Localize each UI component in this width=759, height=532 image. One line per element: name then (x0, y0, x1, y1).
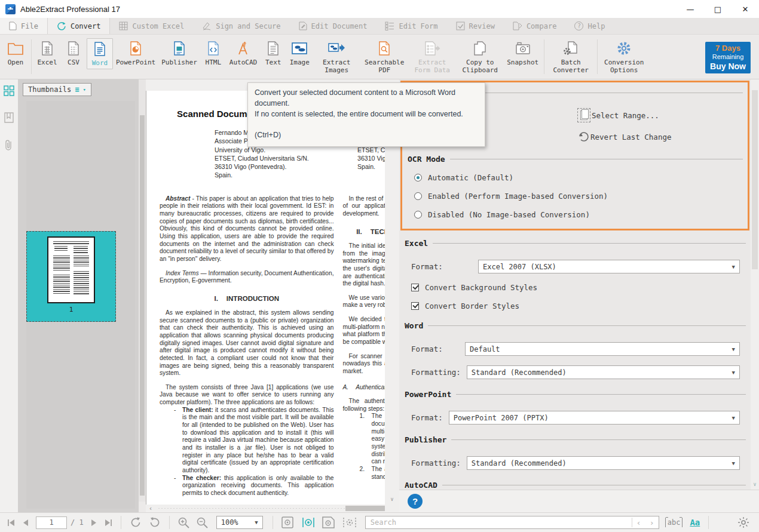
file-icon (9, 21, 17, 30)
bookmarks-panel-icon[interactable] (4, 112, 14, 124)
last-page-button[interactable] (101, 519, 116, 527)
edit-page-icon (299, 21, 307, 30)
excel-format-label: Format: (411, 262, 472, 271)
publisher-formatting-dropdown[interactable]: Standard (Recommended) ▼ (467, 456, 740, 470)
scroll-down-icon[interactable]: ∨ (385, 494, 399, 504)
batch-converter-icon (562, 39, 579, 57)
paper-left-column: Abstract - This paper is about an applic… (160, 195, 334, 497)
revert-last-change-button[interactable]: Revert Last Change (577, 131, 742, 143)
minimize-icon[interactable]: — (677, 0, 704, 18)
powerpoint-format-label: Format: (411, 413, 443, 422)
word-format-dropdown[interactable]: Default ▼ (465, 342, 740, 356)
caret-down-icon: ▼ (732, 370, 735, 376)
undo-icon (577, 131, 589, 143)
powerpoint-icon (128, 39, 143, 57)
zoom-out-button[interactable] (193, 516, 212, 529)
powerpoint-button[interactable]: PowerPoint (113, 38, 158, 68)
rotate-counterclockwise-button[interactable] (145, 516, 164, 529)
excel-icon (39, 39, 55, 57)
tab-help[interactable]: ? Help (565, 18, 614, 34)
publisher-section-title: Publisher (399, 435, 751, 444)
searchable-pdf-button[interactable]: Searchable PDF (360, 38, 408, 75)
convert-background-styles-checkbox[interactable]: Convert Background Styles (411, 283, 740, 292)
ocr-disabled-radio[interactable]: Disabled (No Image-based Conversion) (414, 210, 737, 219)
caret-down-icon: ▼ (732, 460, 735, 466)
open-button[interactable]: Open (2, 38, 29, 68)
toolbar-separator (31, 39, 32, 74)
gear-icon (616, 39, 632, 57)
publisher-button[interactable]: Publisher (158, 38, 200, 68)
word-button[interactable]: Word (87, 38, 113, 69)
image-button[interactable]: Image (286, 38, 313, 68)
autocad-button[interactable]: AutoCAD (227, 38, 260, 68)
tab-custom-excel[interactable]: Custom Excel (110, 18, 193, 34)
ocr-enabled-radio[interactable]: Enabled (Perform Image-based Conversion) (414, 192, 737, 201)
page-thumbnail-selected[interactable]: 1 (26, 231, 116, 322)
view-converted-button[interactable] (319, 516, 339, 528)
page-number-input[interactable] (36, 516, 67, 529)
whole-word-toggle[interactable]: abc (665, 518, 683, 527)
view-pdf-button[interactable] (278, 516, 298, 528)
tab-edit-document[interactable]: Edit Document (290, 18, 377, 34)
ocr-automatic-radio[interactable]: Automatic (Default) (414, 173, 737, 182)
thumbnails-scrollbar[interactable] (139, 79, 146, 502)
powerpoint-format-dropdown[interactable]: PowerPoint 2007 (PPTX) ▼ (449, 411, 740, 425)
search-input[interactable] (366, 518, 632, 527)
help-button[interactable]: ? (408, 494, 423, 509)
maximize-icon[interactable]: □ (704, 0, 732, 18)
close-icon[interactable]: ✕ (732, 0, 759, 18)
copy-to-clipboard-button[interactable]: Copy to Clipboard (456, 38, 504, 75)
scroll-left-icon[interactable]: ‹ (146, 505, 155, 512)
tab-sign-and-secure[interactable]: Sign and Secure (193, 18, 289, 34)
csv-button[interactable]: CSV (60, 38, 87, 68)
caret-down-icon: ▼ (732, 346, 735, 352)
convert-border-styles-checkbox[interactable]: Convert Border Styles (411, 302, 740, 310)
snapshot-button[interactable]: Snapshot (504, 38, 541, 68)
autocad-icon (235, 39, 251, 57)
view-selection-button-active[interactable] (298, 516, 319, 528)
radio-icon (414, 211, 422, 219)
search-previous-icon[interactable]: ‹ (632, 518, 645, 527)
buy-now-button[interactable]: 7 Days Remaining Buy Now (705, 42, 751, 73)
search-next-icon[interactable]: › (645, 518, 659, 527)
next-page-button[interactable] (87, 519, 101, 527)
tab-file[interactable]: File (0, 18, 47, 34)
checkbox-checked-icon (411, 302, 419, 310)
side-icon-strip (0, 79, 18, 512)
scrollbar-thumb[interactable] (752, 90, 758, 269)
zoom-level-dropdown[interactable]: 100% ▼ (216, 516, 263, 529)
scrollbar-thumb[interactable] (140, 115, 145, 496)
panel-scrollbar[interactable]: ∨ (751, 79, 759, 490)
extract-images-button[interactable]: Extract Images (313, 38, 360, 75)
search-box: ‹ › (365, 516, 659, 529)
scroll-down-icon[interactable]: ∨ (751, 481, 759, 487)
html-button[interactable]: HTML (200, 38, 227, 68)
tab-edit-form[interactable]: Edit Form (376, 18, 446, 34)
tooltip-shortcut: (Ctrl+D) (255, 130, 478, 140)
tab-review[interactable]: Review (447, 18, 504, 34)
tab-compare[interactable]: Compare (504, 18, 566, 34)
section-heading: I.INTRODUCTION (160, 294, 334, 303)
zoom-in-button[interactable] (175, 516, 193, 529)
thumbnails-panel-icon[interactable] (4, 85, 14, 96)
text-button[interactable]: Text (260, 38, 286, 68)
previous-page-button[interactable] (19, 519, 32, 527)
checkbox-checked-icon (411, 284, 419, 291)
ribbon-tab-bar: File Convert Custom Excel Sign and Secur… (0, 18, 759, 35)
word-formatting-dropdown[interactable]: Standard (Recommended) ▼ (467, 365, 740, 379)
tab-convert[interactable]: Convert (47, 18, 111, 34)
rotate-clockwise-button[interactable] (126, 516, 145, 529)
thumbnails-header[interactable]: Thumbnails ≡ ▾ (23, 83, 91, 96)
toolbar-separator (597, 39, 598, 74)
excel-format-dropdown[interactable]: Excel 2007 (XLSX) ▼ (478, 260, 740, 273)
conversion-options-button[interactable]: Conversion Options (600, 38, 648, 75)
first-page-button[interactable] (4, 519, 19, 527)
batch-converter-button[interactable]: Batch Converter (547, 38, 595, 75)
excel-button[interactable]: Excel (34, 38, 60, 68)
thumbnails-panel: Thumbnails ≡ ▾ 1 (18, 79, 139, 512)
brightness-icon[interactable] (734, 516, 753, 529)
view-split-button[interactable] (339, 516, 360, 528)
match-case-toggle[interactable]: Aa (690, 518, 700, 527)
attachments-panel-icon[interactable] (4, 139, 14, 151)
select-range-button[interactable]: Select Range... (577, 108, 742, 122)
